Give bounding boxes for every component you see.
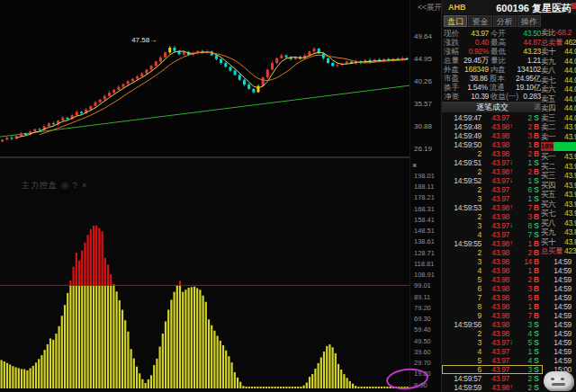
ticker-time: 4 — [442, 230, 482, 239]
ticker-price: 43.98 — [482, 293, 509, 302]
arrow-none — [509, 284, 517, 293]
ticker-flag: B — [532, 122, 541, 131]
queue-row[interactable]: 总买量4233 — [541, 246, 576, 256]
ticker-row[interactable]: 843.981B14:59 — [442, 302, 576, 311]
axis-label: 108.91 — [414, 271, 435, 279]
queue-row[interactable]: 卖五44.02 — [541, 94, 576, 104]
ticker-row[interactable]: 343.9814B14:59 — [442, 257, 576, 266]
indicator-chart[interactable]: 主力控盘◎?× — [0, 158, 410, 392]
ticker-volume: 1 — [517, 266, 532, 275]
ticker-time-2: 14:59 — [543, 266, 575, 275]
arrow-up-icon: ↑ — [509, 122, 517, 131]
ticker-price: 43.98 — [482, 167, 509, 176]
ticker-time-2: 14:59 — [543, 275, 575, 284]
quote-value: 168349 — [464, 65, 489, 74]
ticker-row[interactable]: 14:59:5643.983S14:59 — [442, 320, 576, 329]
ticker-time: 7 — [442, 293, 482, 302]
quote-label: 流通 — [490, 83, 516, 92]
ticker-volume: 3 — [517, 284, 532, 293]
queue-row[interactable]: 卖八44.06 — [541, 66, 576, 76]
queue-row[interactable]: 买四43.94 — [541, 181, 576, 191]
queue-row[interactable]: 卖二43.99 — [541, 122, 576, 132]
queue-row[interactable]: 卖三44.00 — [541, 113, 576, 123]
quote-label: 总量 — [444, 56, 464, 65]
ticker-time: 14:59:52 — [442, 176, 482, 185]
arrow-none — [509, 149, 517, 158]
ticker-row[interactable]: 643.983B14:59 — [442, 284, 576, 293]
queue-row[interactable]: 买三43.95 — [541, 171, 576, 181]
ticker-row[interactable]: 943.987B14:59 — [442, 311, 576, 320]
quote-value: 43.23 — [518, 47, 541, 56]
queue-row[interactable]: 卖七44.05 — [541, 76, 576, 85]
ticker-mode-icon[interactable]: 递 — [534, 102, 541, 112]
ticker-row[interactable]: 443.981B14:59 — [442, 266, 576, 275]
arrow-none — [509, 113, 517, 122]
ticker-row[interactable]: 243.984S14:59 — [442, 329, 576, 338]
watermark-image — [544, 371, 574, 391]
kline-chart[interactable]: 47.58→ — [0, 0, 410, 156]
axis-label: 79.20 — [414, 304, 431, 312]
queue-row[interactable]: 买六43.92 — [541, 200, 576, 209]
queue-row[interactable]: 总卖量4621 — [541, 38, 576, 48]
queue-value: 4233 — [564, 246, 576, 256]
ticker-flag: S — [532, 329, 541, 338]
ticker-row-main: 343.97↓8S — [442, 221, 543, 230]
queue-row[interactable]: 买一43.97 — [541, 152, 576, 162]
queue-row[interactable]: 买八43.90 — [541, 218, 576, 228]
stock-title: 600196 复星医药 — [496, 2, 572, 15]
ticker-row[interactable]: 743.985B14:59 — [442, 293, 576, 302]
ticker-row[interactable]: 543.974S14:59 — [442, 356, 576, 365]
queue-row[interactable]: 买五43.93 — [541, 190, 576, 200]
ticker-price: 43.97 — [482, 347, 509, 356]
ticker-price: 43.98 — [482, 320, 509, 329]
ticker-row-main: 14:59:4743.972S — [442, 113, 543, 122]
queue-label: 卖九 — [541, 57, 555, 66]
queue-row[interactable]: 卖九44.07 — [541, 57, 576, 67]
quote-label: 股本 — [490, 74, 516, 83]
queue-row[interactable]: 卖十44.08 — [541, 47, 576, 57]
queue-value: 43.95 — [564, 171, 576, 181]
queue-row[interactable]: 卖六44.03 — [541, 85, 576, 94]
help-icon[interactable]: ? — [73, 181, 78, 190]
quote-label: 涨幅 — [444, 47, 464, 56]
queue-label: 买三 — [541, 171, 555, 180]
ticker-row-main: 343.9814B — [442, 257, 543, 266]
axis-label: 49.64 — [414, 32, 432, 40]
queue-row[interactable]: 卖比-68.2 — [541, 28, 576, 38]
arrow-none — [509, 329, 517, 338]
ticker-volume: 2 — [517, 113, 532, 122]
ticker-volume: 2 — [517, 275, 532, 284]
close-icon[interactable]: × — [412, 161, 417, 170]
queue-row[interactable]: 买二43.96 — [541, 162, 576, 172]
queue-label: 卖七 — [541, 76, 555, 85]
close-icon[interactable]: × — [82, 181, 87, 190]
ticker-volume: 3 — [517, 320, 532, 329]
ticker-row[interactable]: 543.982B14:59 — [442, 275, 576, 284]
ticker-volume: 2 — [517, 122, 532, 131]
tab-analysis[interactable]: 分析 — [493, 15, 517, 27]
queue-row[interactable]: 买七43.91 — [541, 209, 576, 218]
ticker-volume: 3 — [517, 365, 532, 374]
ticker-flag: B — [532, 140, 541, 149]
ticker-time: 2 — [442, 149, 482, 158]
ticker-row[interactable]: 443.971S14:59 — [442, 347, 576, 356]
queue-row[interactable]: 买九43.89 — [541, 227, 576, 237]
target-icon[interactable]: ◎ — [61, 181, 69, 190]
ratio-gauge-green — [554, 142, 576, 151]
ticker-time: 8 — [442, 302, 482, 311]
queue-row[interactable]: 买十43.88 — [541, 237, 576, 247]
ticker-volume: 14 — [517, 257, 532, 266]
ticker-row-main: 243.984S — [442, 329, 543, 338]
queue-row[interactable]: 卖一43.98 — [541, 132, 576, 142]
queue-label: 买九 — [541, 227, 555, 236]
expand-button[interactable]: <<展开 — [418, 3, 442, 13]
queue-label: 卖五 — [541, 94, 555, 103]
queue-row[interactable]: 卖四44.01 — [541, 103, 576, 113]
tab-pankou[interactable]: 盘口 — [444, 15, 467, 27]
quote-label: 最高 — [490, 38, 518, 47]
ticker-row[interactable]: 343.97↓5S14:59 — [442, 338, 576, 347]
tab-funds[interactable]: 资金 — [468, 15, 491, 27]
ticker-row-main: 643.973S — [442, 365, 543, 374]
ticker-price: 43.98 — [482, 239, 509, 248]
tab-actions[interactable]: 操作 — [518, 15, 541, 27]
